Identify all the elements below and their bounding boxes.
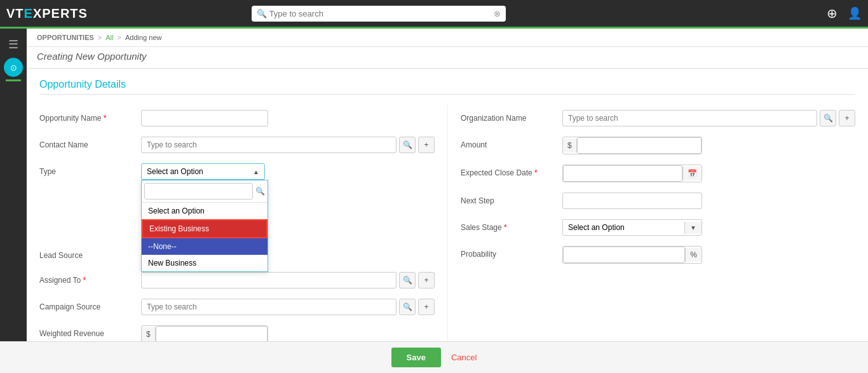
save-button[interactable]: Save: [391, 348, 441, 367]
sales-stage-arrow: ▼: [684, 222, 702, 234]
form-container: Opportunity Details Opportunity Name *: [27, 69, 868, 361]
org-add-button[interactable]: +: [839, 110, 855, 126]
sales-stage-select[interactable]: Select an Option: [563, 220, 684, 235]
amount-input[interactable]: [577, 137, 702, 154]
global-search[interactable]: 🔍 ⊗: [252, 6, 506, 22]
dropdown-option-new[interactable]: New Business: [142, 255, 268, 271]
assigned-to-label: Assigned To *: [39, 272, 135, 285]
org-name-label: Organization Name: [461, 110, 556, 123]
dropdown-option-default[interactable]: Select an Option: [142, 203, 268, 219]
close-date-input[interactable]: [563, 165, 682, 182]
probability-field: %: [562, 246, 855, 264]
type-row: Type Select an Option ▲ 🔍: [39, 158, 435, 185]
sales-required-star: *: [504, 223, 507, 232]
next-step-field: [562, 193, 855, 209]
dropdown-search-icon: 🔍: [255, 187, 265, 196]
sidebar-indicator: [6, 79, 21, 81]
breadcrumb-sep1: >: [98, 34, 102, 41]
campaign-source-field: 🔍 +: [141, 299, 435, 315]
campaign-source-label: Campaign Source: [39, 299, 135, 311]
opp-name-field: [141, 110, 435, 126]
org-name-row: Organization Name 🔍 +: [461, 105, 855, 132]
sales-stage-label: Sales Stage *: [461, 219, 556, 232]
next-step-input[interactable]: [562, 193, 702, 209]
amount-field: $: [562, 137, 855, 154]
topnav-actions: ⊕ 👤: [827, 6, 862, 21]
page-title: Creating New Opportunity: [37, 51, 858, 62]
required-star: *: [104, 114, 107, 123]
breadcrumb-current: Adding new: [125, 34, 162, 41]
cancel-button[interactable]: Cancel: [451, 353, 477, 362]
campaign-source-row: Campaign Source 🔍 +: [39, 294, 435, 320]
next-step-row: Next Step: [461, 187, 855, 214]
logo: VTEXPERTS: [6, 6, 88, 21]
search-input[interactable]: [252, 6, 506, 22]
opp-name-input[interactable]: [141, 110, 268, 126]
lead-source-label: Lead Source: [39, 247, 135, 260]
breadcrumb: OPPORTUNITIES > All > Adding new: [27, 29, 868, 47]
probability-row: Probability %: [461, 241, 855, 269]
breadcrumb-all[interactable]: All: [105, 34, 113, 41]
main-layout: ☰ ⊙ OPPORTUNITIES > All > Adding new Cre…: [0, 29, 868, 373]
next-step-label: Next Step: [461, 193, 556, 205]
breadcrumb-section: OPPORTUNITIES: [37, 34, 94, 41]
type-label: Type: [39, 163, 135, 176]
assigned-add-button[interactable]: +: [418, 272, 435, 288]
contact-name-label: Contact Name: [39, 137, 135, 149]
org-name-field: 🔍 +: [562, 110, 855, 126]
dropdown-option-existing[interactable]: Existing Business: [142, 219, 268, 238]
percent-symbol: %: [685, 248, 702, 262]
assigned-input-group: 🔍 +: [141, 272, 435, 288]
main-content: OPPORTUNITIES > All > Adding new Creatin…: [27, 29, 868, 373]
assigned-search-input[interactable]: [141, 272, 397, 288]
contact-search-button[interactable]: 🔍: [399, 137, 416, 153]
left-column: Opportunity Name * Contact Name 🔍: [39, 105, 447, 348]
user-icon[interactable]: 👤: [848, 6, 862, 20]
search-icon-topnav: 🔍: [257, 9, 267, 18]
assigned-to-field: 🔍 +: [141, 272, 435, 288]
sales-stage-row: Sales Stage * Select an Option ▼: [461, 214, 855, 241]
dropdown-search-input[interactable]: [144, 183, 253, 200]
expected-close-row: Expected Close Date * 📅: [461, 159, 855, 187]
campaign-input-group: 🔍 +: [141, 299, 435, 315]
opp-name-row: Opportunity Name *: [39, 105, 435, 132]
assigned-search-button[interactable]: 🔍: [399, 272, 416, 288]
contact-input-group: 🔍 +: [141, 137, 435, 153]
topnav: VTEXPERTS 🔍 ⊗ ⊕ 👤: [0, 0, 868, 27]
add-icon[interactable]: ⊕: [827, 6, 837, 21]
weighted-revenue-input[interactable]: [156, 326, 268, 342]
org-search-input[interactable]: [562, 110, 817, 126]
calendar-icon[interactable]: 📅: [682, 166, 702, 180]
contact-name-field: 🔍 +: [141, 137, 435, 153]
campaign-search-button[interactable]: 🔍: [399, 299, 416, 315]
org-search-button[interactable]: 🔍: [820, 110, 836, 126]
type-dropdown-panel: 🔍 Select an Option Existing Business --N…: [141, 180, 268, 272]
expected-close-label: Expected Close Date *: [461, 165, 556, 177]
sidebar: ☰ ⊙: [0, 29, 27, 373]
assigned-required-star: *: [83, 276, 86, 285]
contact-name-row: Contact Name 🔍 +: [39, 132, 435, 158]
sidebar-module-icon: ⊙: [4, 58, 23, 77]
sales-stage-field: Select an Option ▼: [562, 219, 855, 236]
campaign-search-input[interactable]: [141, 299, 397, 315]
close-required-star: *: [534, 168, 538, 177]
probability-input[interactable]: [563, 247, 685, 263]
clear-search-icon[interactable]: ⊗: [494, 9, 501, 18]
type-field: Select an Option ▲ 🔍 Select an Option: [141, 163, 435, 180]
opp-name-label: Opportunity Name *: [39, 110, 135, 123]
weighted-revenue-label: Weighted Revenue: [39, 325, 135, 338]
type-dropdown-arrow: ▲: [253, 168, 259, 175]
probability-label: Probability: [461, 246, 556, 259]
amount-label: Amount: [461, 137, 556, 149]
contact-add-button[interactable]: +: [418, 137, 435, 153]
org-input-group: 🔍 +: [562, 110, 855, 126]
amount-currency-symbol: $: [563, 139, 577, 153]
breadcrumb-sep2: >: [118, 34, 121, 41]
dropdown-option-none[interactable]: --None--: [142, 238, 268, 255]
menu-icon[interactable]: ☰: [4, 34, 22, 55]
contact-search-input[interactable]: [141, 137, 397, 153]
dropdown-search-row: 🔍: [142, 180, 268, 203]
campaign-add-button[interactable]: +: [418, 299, 435, 315]
type-select-trigger[interactable]: Select an Option ▲: [141, 163, 265, 180]
amount-row: Amount $: [461, 132, 855, 159]
